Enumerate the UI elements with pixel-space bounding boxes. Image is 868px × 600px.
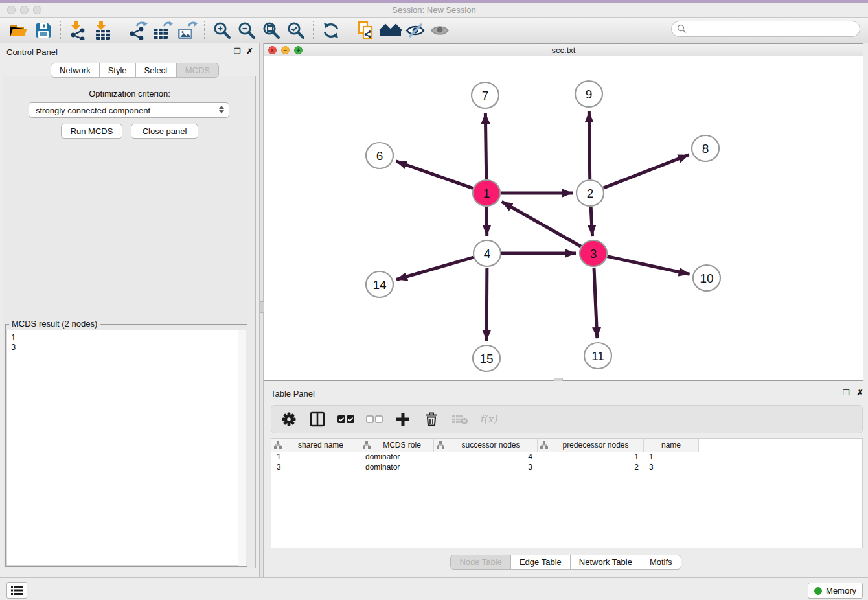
graph-edge-1-6[interactable] [396, 161, 473, 189]
network-view-window: x − + scc.txt 7968124314101511 [264, 43, 863, 381]
tab-network-table[interactable]: Network Table [570, 555, 641, 570]
zoom-out-icon [237, 21, 257, 40]
zoom-selected-button[interactable] [284, 20, 308, 41]
search-icon [677, 24, 687, 34]
table-cell[interactable]: 1 [271, 452, 360, 463]
graph-edge-2-8[interactable] [604, 155, 689, 188]
refresh-button[interactable] [319, 20, 343, 41]
deselect-all-rows-button[interactable] [365, 410, 384, 429]
save-floppy-icon [35, 22, 52, 39]
mcds-result-text[interactable]: 1 3 [6, 330, 246, 566]
tab-select[interactable]: Select [135, 63, 177, 78]
close-panel-icon[interactable]: ✗ [246, 47, 254, 56]
graph-edge-4-15[interactable] [486, 268, 487, 341]
zoom-in-button[interactable] [210, 20, 234, 41]
graph-edge-2-9[interactable] [589, 111, 589, 179]
show-columns-button[interactable] [308, 410, 327, 429]
tab-node-table[interactable]: Node Table [450, 555, 511, 570]
vertical-splitter[interactable] [259, 43, 264, 577]
zoom-fit-button[interactable] [259, 20, 284, 41]
graph-edge-3-10[interactable] [607, 257, 689, 275]
run-mcds-button[interactable]: Run MCDS [61, 124, 122, 139]
column-header-predecessor-nodes[interactable]: predecessor nodes [538, 439, 644, 452]
table-cell[interactable]: 2 [538, 463, 644, 473]
first-neighbors-button[interactable] [354, 20, 378, 41]
export-image-button[interactable] [175, 20, 200, 41]
table-settings-button[interactable] [279, 410, 299, 429]
graph-edge-3-1[interactable] [502, 202, 581, 246]
home-layout-button[interactable] [378, 20, 403, 41]
svg-text:f(x): f(x) [480, 413, 498, 425]
tab-mcds[interactable]: MCDS [176, 63, 219, 78]
attribute-type-icon [437, 441, 444, 449]
network-window-titlebar[interactable]: x − + scc.txt [264, 44, 863, 56]
table-cell[interactable]: 1 [538, 452, 644, 463]
column-header-name[interactable]: name [644, 439, 699, 452]
attribute-type-icon [540, 441, 548, 449]
table-cell[interactable]: 1 [644, 452, 699, 463]
close-panel-button[interactable]: Close panel [131, 124, 198, 139]
hide-selected-button[interactable] [403, 20, 428, 41]
table-cell[interactable]: 3 [271, 463, 360, 473]
criterion-value: strongly connected component [36, 106, 150, 115]
create-column-button[interactable] [393, 410, 413, 429]
column-header-shared-name[interactable]: shared name [271, 439, 360, 452]
result-scrollbar[interactable] [238, 330, 246, 566]
zoom-out-button[interactable] [234, 20, 259, 41]
criterion-dropdown[interactable]: strongly connected component [29, 102, 229, 118]
application-window: Session: New Session [0, 0, 868, 600]
float-table-panel-icon[interactable]: ❐ [842, 389, 851, 397]
eye-icon [429, 23, 450, 38]
function-builder-button[interactable]: f(x) [479, 410, 498, 429]
node-table[interactable]: shared nameMCDS rolesuccessor nodesprede… [271, 438, 863, 548]
table-rows: 1dominator4113dominator323 [271, 452, 862, 473]
graph-edge-4-14[interactable] [396, 257, 474, 279]
show-all-button[interactable] [428, 20, 452, 41]
unchecked-boxes-icon [366, 415, 383, 424]
memory-status-button[interactable]: Memory [808, 583, 863, 599]
save-session-button[interactable] [31, 20, 56, 41]
import-table-icon [95, 21, 111, 40]
export-table-icon [152, 21, 173, 40]
graph-edge-1-7[interactable] [485, 113, 486, 179]
table-toolbar: f(x) [271, 405, 863, 433]
close-table-panel-icon[interactable]: ✗ [856, 389, 864, 397]
tab-motifs[interactable]: Motifs [641, 555, 681, 570]
table-cell[interactable]: dominator [360, 463, 434, 473]
column-header-label: name [644, 441, 698, 450]
open-session-button[interactable] [6, 20, 31, 41]
toolbar-separator [204, 21, 205, 40]
export-table-button[interactable] [150, 20, 175, 41]
table-cell[interactable]: 3 [644, 463, 699, 473]
table-cell[interactable]: 4 [434, 452, 538, 463]
table-header-row: shared nameMCDS rolesuccessor nodesprede… [271, 439, 862, 452]
refresh-icon [322, 21, 340, 40]
graph-edge-2-3[interactable] [591, 207, 592, 236]
import-network-button[interactable] [66, 20, 91, 41]
table-row[interactable]: 1dominator411 [271, 452, 862, 463]
float-panel-icon[interactable]: ❐ [233, 47, 242, 56]
fx-icon: f(x) [479, 411, 498, 428]
tab-network[interactable]: Network [51, 63, 100, 78]
checked-boxes-icon [337, 415, 354, 424]
column-header-successor-nodes[interactable]: successor nodes [434, 439, 538, 452]
column-header-MCDS-role[interactable]: MCDS role [360, 439, 434, 452]
tab-style[interactable]: Style [99, 63, 136, 78]
mcds-result-group: MCDS result (2 nodes) 1 3 [5, 324, 247, 567]
select-all-rows-button[interactable] [336, 410, 356, 429]
table-tabs: Node TableEdge TableNetwork TableMotifs [264, 555, 868, 570]
zoom-in-icon [212, 21, 232, 40]
graph-edge-3-11[interactable] [594, 268, 597, 338]
search-input[interactable] [671, 21, 860, 37]
task-history-button[interactable] [6, 582, 27, 599]
delete-table-button[interactable] [450, 410, 470, 429]
import-table-button[interactable] [91, 20, 115, 41]
delete-column-button[interactable] [422, 410, 441, 429]
table-row[interactable]: 3dominator323 [271, 463, 862, 473]
network-canvas[interactable]: 7968124314101511 [264, 56, 863, 380]
dropdown-stepper-icon [219, 106, 224, 113]
table-cell[interactable]: 3 [434, 463, 538, 473]
table-cell[interactable]: dominator [360, 452, 434, 463]
tab-edge-table[interactable]: Edge Table [510, 555, 571, 570]
export-network-button[interactable] [126, 20, 150, 41]
